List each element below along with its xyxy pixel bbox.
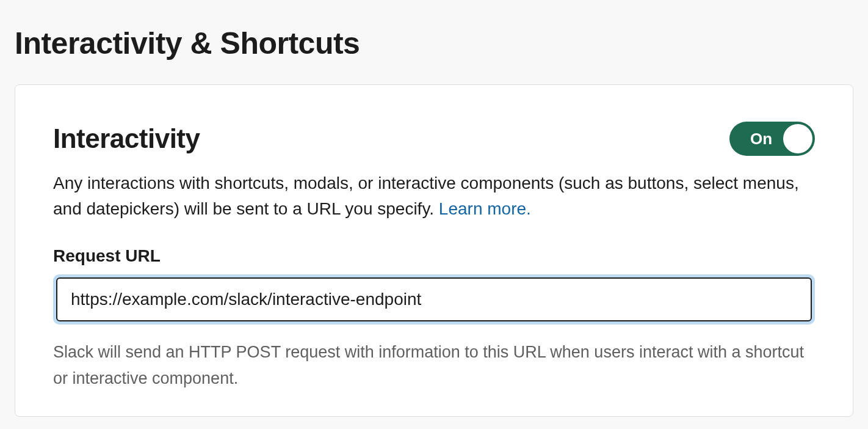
page-title: Interactivity & Shortcuts bbox=[0, 0, 868, 61]
toggle-label: On bbox=[750, 130, 772, 148]
learn-more-link[interactable]: Learn more. bbox=[439, 199, 531, 218]
section-description: Any interactions with shortcuts, modals,… bbox=[53, 170, 815, 222]
request-url-label: Request URL bbox=[53, 246, 815, 266]
request-url-input[interactable] bbox=[56, 277, 812, 321]
request-url-input-wrapper bbox=[53, 274, 815, 324]
section-title: Interactivity bbox=[53, 123, 200, 154]
interactivity-toggle[interactable]: On bbox=[729, 122, 815, 156]
settings-card: Interactivity On Any interactions with s… bbox=[15, 84, 853, 417]
toggle-knob bbox=[783, 124, 812, 153]
section-header: Interactivity On bbox=[53, 122, 815, 156]
request-url-helper: Slack will send an HTTP POST request wit… bbox=[53, 339, 815, 392]
description-text: Any interactions with shortcuts, modals,… bbox=[53, 174, 799, 218]
